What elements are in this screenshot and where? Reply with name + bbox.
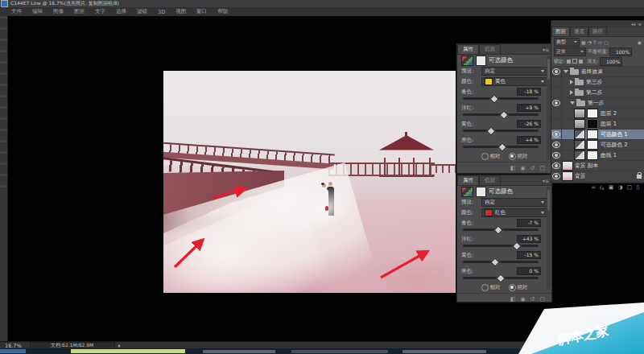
clip-to-layer-icon[interactable]: ◧	[510, 165, 516, 171]
magenta-value-field[interactable]: +9 %	[517, 104, 541, 112]
black-slider-track[interactable]	[463, 146, 539, 148]
delete-adjustment-icon[interactable]: ▢	[539, 165, 545, 171]
layer-thumbnail[interactable]	[562, 171, 573, 181]
layer-mask-thumbnail[interactable]	[587, 119, 598, 129]
layer-row-layer1[interactable]: 图层 1	[551, 119, 644, 130]
layer-thumbnail[interactable]	[574, 109, 585, 118]
absolute-radio[interactable]: 绝对	[509, 284, 528, 291]
color-dropdown[interactable]: 红色	[481, 208, 547, 217]
blend-mode-dropdown[interactable]: 正常	[554, 47, 586, 56]
layer-visibility-toggle[interactable]	[551, 109, 562, 118]
preset-dropdown[interactable]: 自定	[481, 67, 547, 76]
cyan-slider-track[interactable]	[463, 228, 539, 231]
menu-item-file[interactable]: 文件	[11, 8, 22, 15]
layer-row-curves-1[interactable]: 曲线 1	[551, 150, 644, 161]
link-layers-icon[interactable]: ∞	[591, 184, 596, 191]
menu-item-layer[interactable]: 图层	[74, 8, 85, 15]
menu-item-3d[interactable]: 3D	[158, 9, 165, 15]
adjustment-layer-icon[interactable]	[574, 140, 585, 150]
layer-row-group-final[interactable]: 最终效果	[551, 67, 644, 77]
absolute-radio[interactable]: 绝对	[509, 153, 528, 160]
layer-mask-thumbnail[interactable]	[587, 140, 598, 150]
cyan-value-field[interactable]: -18 %	[517, 88, 541, 96]
menu-item-view[interactable]: 视图	[175, 8, 186, 15]
filter-shape-icon[interactable]: ▭	[598, 39, 603, 45]
layer-mask-thumbnail[interactable]	[587, 130, 598, 139]
yellow-slider-track[interactable]	[463, 130, 539, 132]
magenta-value-field[interactable]: +43 %	[517, 235, 541, 243]
cyan-slider-track[interactable]	[463, 97, 539, 100]
filter-adjustment-icon[interactable]: ◔	[588, 39, 592, 45]
reset-icon[interactable]: ↺	[530, 296, 535, 303]
black-value-field[interactable]: 0 %	[517, 267, 541, 275]
adjustment-layer-icon[interactable]	[574, 130, 585, 139]
preset-dropdown[interactable]: 自定	[481, 198, 547, 207]
add-mask-icon[interactable]: ▣	[609, 184, 614, 191]
tab-info[interactable]: 信息	[479, 44, 501, 54]
black-value-field[interactable]: +4 %	[517, 136, 541, 144]
tab-layers[interactable]: 图层	[551, 27, 570, 36]
menu-item-filter[interactable]: 滤镜	[137, 8, 147, 15]
visibility-icon[interactable]: ◉	[520, 165, 525, 171]
yellow-value-field[interactable]: -15 %	[517, 251, 541, 259]
menu-item-select[interactable]: 选择	[116, 8, 126, 15]
clip-to-layer-icon[interactable]: ◧	[510, 296, 516, 303]
expand-arrow-icon[interactable]	[570, 90, 573, 95]
layer-visibility-toggle[interactable]	[551, 150, 562, 160]
new-group-icon[interactable]: ▢	[627, 184, 633, 191]
layer-visibility-toggle[interactable]	[551, 67, 562, 76]
black-slider-track[interactable]	[463, 277, 539, 279]
layer-visibility-toggle[interactable]	[551, 77, 562, 87]
menu-item-type[interactable]: 文字	[95, 8, 105, 15]
layer-visibility-toggle[interactable]	[551, 161, 562, 171]
tools-strip[interactable]	[0, 16, 8, 341]
fill-field[interactable]: 100%	[600, 57, 622, 66]
yellow-value-field[interactable]: -26 %	[517, 120, 541, 128]
tab-channels[interactable]: 通道	[570, 27, 588, 36]
magenta-slider-track[interactable]	[463, 245, 539, 247]
lock-all-icon[interactable]	[579, 60, 583, 64]
relative-radio[interactable]: 相对	[481, 153, 501, 160]
layer-row-background-copy[interactable]: 背景 副本	[551, 161, 644, 171]
opacity-field[interactable]: 100%	[609, 47, 632, 56]
layer-style-icon[interactable]: fx	[600, 185, 605, 191]
color-dropdown[interactable]: 黄色	[481, 77, 547, 86]
cyan-value-field[interactable]: -7 %	[517, 219, 541, 227]
lock-pixels-icon[interactable]	[572, 59, 577, 64]
lock-transparency-icon[interactable]	[567, 60, 571, 64]
new-adjustment-icon[interactable]: ◑	[617, 184, 622, 191]
relative-radio[interactable]: 相对	[481, 284, 501, 291]
filter-kind-dropdown[interactable]: 类型	[554, 38, 580, 47]
layer-thumbnail[interactable]	[574, 119, 585, 129]
tab-info[interactable]: 信息	[479, 175, 501, 185]
layer-thumbnail[interactable]	[562, 161, 573, 171]
expand-arrow-icon[interactable]	[570, 101, 575, 105]
layer-row-background[interactable]: 背景	[551, 171, 644, 182]
photo-canvas[interactable]	[163, 71, 456, 293]
layer-row-selective-color-1[interactable]: 可选颜色 1	[551, 130, 644, 140]
menu-item-help[interactable]: 帮助	[217, 8, 228, 15]
layer-mask-thumbnail[interactable]	[587, 150, 598, 160]
yellow-slider-track[interactable]	[463, 261, 539, 263]
filter-toggle-icon[interactable]: ◉	[638, 39, 642, 45]
layer-row-layer2[interactable]: 图层 2	[551, 109, 644, 119]
adjustment-layer-icon[interactable]	[574, 150, 585, 160]
filter-pixel-icon[interactable]: ▦	[581, 39, 586, 45]
layer-visibility-toggle[interactable]	[551, 119, 562, 129]
filter-type-icon[interactable]: T	[593, 39, 597, 45]
magenta-slider-track[interactable]	[463, 113, 539, 116]
tab-properties[interactable]: 属性	[457, 44, 479, 54]
layer-visibility-toggle[interactable]	[551, 140, 562, 150]
reset-icon[interactable]: ↺	[530, 165, 535, 171]
delete-adjustment-icon[interactable]: ▢	[539, 296, 545, 303]
menu-item-window[interactable]: 窗口	[196, 8, 207, 15]
visibility-icon[interactable]: ◉	[520, 296, 525, 303]
layer-visibility-toggle[interactable]	[551, 171, 562, 181]
layer-mask-icon[interactable]	[476, 187, 486, 197]
layer-row-group-step2[interactable]: 第二步	[551, 88, 644, 98]
layer-visibility-toggle[interactable]	[551, 88, 562, 97]
expand-arrow-icon[interactable]	[570, 80, 573, 84]
layer-visibility-toggle[interactable]	[551, 130, 562, 139]
layer-mask-icon[interactable]	[476, 56, 486, 66]
layer-mask-thumbnail[interactable]	[587, 109, 598, 118]
